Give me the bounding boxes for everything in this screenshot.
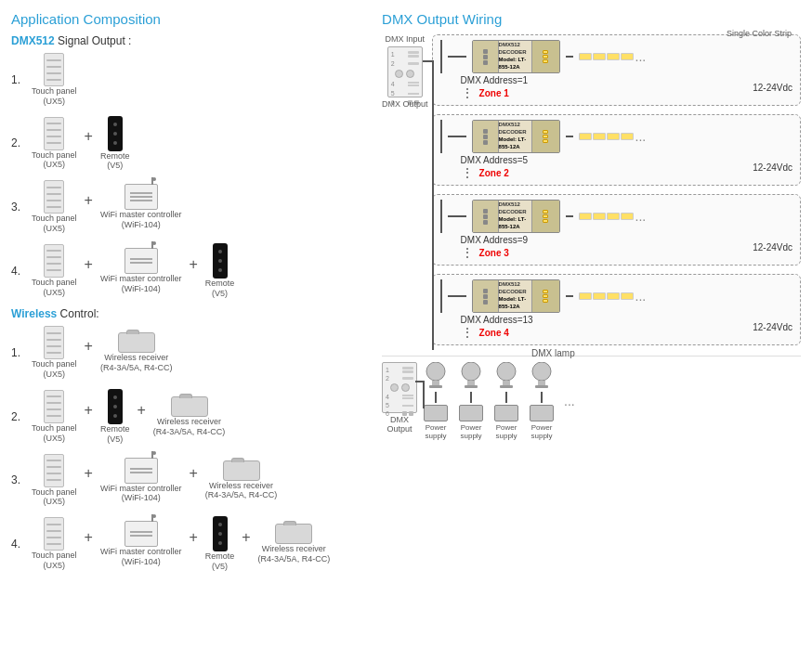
w-wifi-antenna-3 [151, 451, 153, 459]
item-num-1: 1. [11, 73, 28, 86]
w-touch-device-1 [44, 326, 64, 359]
svg-point-9 [532, 362, 551, 381]
strip-dots-2: ... [635, 129, 647, 144]
bottom-panel: 1 2 4 [382, 362, 417, 434]
dmx-panel-device: 1 2 [382, 46, 428, 109]
decoder-model-4: Model: LT-855-12A [499, 296, 531, 311]
zone-block-4: DMX512 DECODER Model: LT-855-12A [432, 274, 801, 345]
lamp-icon-3 [493, 362, 519, 390]
wireless-heading: Wireless Control: [11, 307, 363, 320]
w-touch-device-3 [44, 454, 64, 487]
decoder-title-4: DMX512 DECODER [499, 281, 531, 296]
w-wifi-device-4 [124, 521, 158, 547]
w-item-num-2: 2. [11, 410, 28, 423]
w-rx-1: Wireless receiver(R4-3A/5A, R4-CC) [100, 332, 173, 373]
w-plus-4c: + [242, 529, 250, 559]
wireless-item-2: 2. Touch panel(UX5) + [11, 389, 363, 445]
w-touch-label-3: Touch panel(UX5) [32, 487, 77, 508]
w-wifi-device-3 [124, 458, 158, 484]
dmx-lamp-label-container: DMX lamp [531, 347, 575, 358]
touch-panel-device-4 [44, 244, 64, 278]
z3-dots-vert: ⋮ [461, 245, 474, 260]
touch-panel-label-1: Touch panel(UX5) [32, 86, 77, 107]
w-rx-device-2 [171, 396, 208, 417]
remote-2: Remote(V5) [100, 116, 130, 172]
z3-bottom: DMX Address=9 ⋮ Zone 3 12-24Vdc [440, 235, 792, 260]
w-rx-device-1 [118, 332, 155, 353]
w-plus-4b: + [189, 529, 197, 559]
w-remote-4: Remote(V5) [205, 516, 235, 572]
z4-vdc: 12-24Vdc [753, 322, 792, 332]
w-wifi-3: WiFi master controller(WiFi-104) [100, 458, 182, 504]
dmx-item-3: 3. Touch panel(UX5) + [11, 180, 363, 234]
item-parts-1: Touch panel(UX5) [32, 53, 77, 107]
strip-dots-1: ... [635, 49, 647, 64]
z2-strip: ... [579, 129, 647, 144]
zone-2-decoder: DMX512 DECODER Model: LT-855-12A [472, 120, 560, 153]
z1-zone-label: Zone 1 [479, 88, 509, 98]
decoder-model-1: Model: LT-855-12A [499, 57, 531, 71]
bottom-lamp-section: 1 2 4 [382, 356, 801, 444]
item-num-3: 3. [11, 201, 28, 214]
z1-bottom: DMX Address=1 ⋮ Zone 1 12-24Vdc [440, 75, 792, 100]
svg-rect-10 [538, 381, 545, 385]
wifi-device-3 [124, 184, 158, 210]
remote-label-2: Remote(V5) [100, 151, 130, 172]
wifi-label-4: WiFi master controller(WiFi-104) [100, 274, 182, 294]
z3-to-strip-wire [566, 215, 573, 217]
zone-block-2: DMX512 DECODER Model: LT-855-12A [432, 114, 801, 186]
w-rx-label-4: Wireless receiver(R4-3A/5A, R4-CC) [258, 544, 331, 564]
w-touch-label-1: Touch panel(UX5) [32, 359, 77, 380]
z1-h-wire [448, 56, 466, 58]
controller-box: 1 2 [387, 46, 423, 97]
w-touch-label-4: Touch panel(UX5) [32, 551, 77, 571]
z2-stub-wire [440, 120, 442, 153]
power-supply-box-2 [459, 405, 483, 421]
w-wifi-label-3: WiFi master controller(WiFi-104) [100, 484, 182, 504]
z3-stub-wire [440, 200, 442, 233]
z1-dots-vert: ⋮ [461, 85, 474, 100]
w-remote-label-4: Remote(V5) [205, 551, 235, 572]
decoder-model-3: Model: LT-855-12A [499, 216, 531, 231]
touch-panel-device-2 [44, 117, 64, 150]
lamp-icon-2 [458, 362, 484, 390]
svg-rect-11 [535, 385, 548, 388]
w-item-parts-2: Touch panel(UX5) + Remote(V5) + [32, 389, 225, 445]
page: Application Composition DMX512 Signal Ou… [0, 0, 812, 661]
w-remote-label-2: Remote(V5) [100, 424, 130, 445]
plus-4a: + [85, 256, 93, 286]
wifi-4: WiFi master controller(WiFi-104) [100, 248, 182, 294]
dmx-heading: DMX512 Signal Output : [11, 34, 363, 47]
wireless-section: Wireless Control: 1. Touch panel(UX5) [11, 307, 363, 571]
z2-left-info: DMX Address=5 ⋮ Zone 2 [461, 155, 529, 180]
remote-label-4: Remote(V5) [205, 279, 235, 299]
w-plus-2b: + [137, 402, 145, 432]
zone-1-strip-label: Single Color Strip [727, 27, 792, 38]
z3-left-info: DMX Address=9 ⋮ Zone 3 [461, 235, 529, 260]
w-wifi-label-4: WiFi master controller(WiFi-104) [100, 547, 182, 567]
power-supply-label-1: Power supply [425, 423, 446, 440]
right-panel: DMX Output Wiring DMX Input 1 [373, 11, 801, 650]
w-rx-label-2: Wireless receiver(R4-3A/5A, R4-CC) [153, 417, 226, 437]
zone-4-inner: DMX512 DECODER Model: LT-855-12A [440, 279, 792, 313]
w-touch-label-2: Touch panel(UX5) [32, 423, 77, 444]
zone-3-inner: DMX512 DECODER Model: LT-855-12A [440, 200, 792, 233]
svg-rect-7 [503, 381, 510, 385]
single-strip-label-1: Single Color Strip [727, 29, 792, 38]
controller-and-output: 1 2 [382, 46, 428, 109]
w-rx-4: Wireless receiver(R4-3A/5A, R4-CC) [258, 524, 331, 564]
main-v-wire [432, 60, 434, 350]
svg-rect-8 [500, 385, 513, 388]
power-supply-box-4 [530, 405, 554, 421]
lamp-icon-1 [423, 362, 449, 390]
z4-h-wire [448, 295, 466, 297]
w-rx-label-1: Wireless receiver(R4-3A/5A, R4-CC) [100, 353, 173, 373]
power-supply-box-3 [494, 405, 518, 421]
z4-dots-vert: ⋮ [461, 325, 474, 340]
power-supply-box-1 [424, 405, 448, 421]
w-item-num-1: 1. [11, 346, 28, 359]
w-rx-device-4 [275, 524, 312, 544]
svg-point-3 [462, 362, 480, 381]
z1-stub-wire [440, 40, 442, 73]
dmx-input-label-top: DMX Input [386, 34, 426, 44]
